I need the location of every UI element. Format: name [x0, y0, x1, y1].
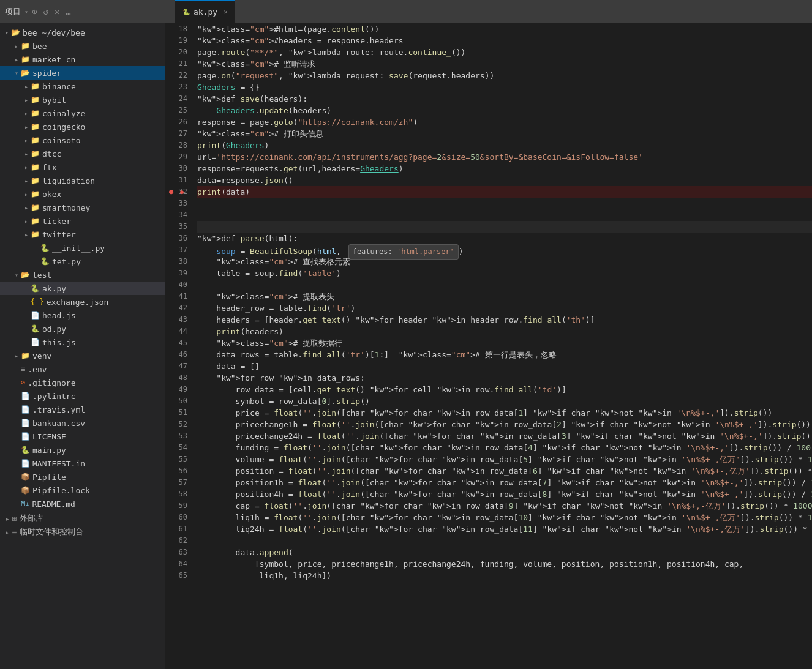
code-line-43[interactable]: headers = [header.get_text() "kw">for he…	[197, 314, 812, 326]
code-line-25[interactable]: Gheaders.update(headers)	[197, 105, 812, 116]
sidebar-item-README[interactable]: M↓ README.md	[0, 497, 165, 510]
code-lines[interactable]: "kw">class="cm">#html=(page.content())"k…	[192, 23, 812, 669]
code-line-60[interactable]: liq1h = float(''.join([char "kw">for cha…	[197, 512, 812, 523]
close-icon[interactable]: ✕	[55, 7, 59, 17]
tab-close-button[interactable]: ✕	[224, 8, 228, 16]
sidebar-item-od_py[interactable]: 🐍 od.py	[0, 322, 165, 335]
sidebar-item-bee-root[interactable]: ▾ 📂 bee ~/dev/bee	[0, 26, 165, 39]
sidebar-item-MANIFEST[interactable]: 📄 MANIFEST.in	[0, 457, 165, 470]
temp-files-section[interactable]: ▸ ≡ 临时文件和控制台	[0, 525, 165, 539]
code-line-44[interactable]: print(headers)	[197, 326, 812, 337]
sidebar-item-travis_yml[interactable]: 📄 .travis.yml	[0, 403, 165, 416]
code-line-29[interactable]: url='https://coinank.com/api/instruments…	[197, 151, 812, 163]
editor-content[interactable]: 1819202122232425262728293031●32333435363…	[165, 23, 812, 669]
sidebar-item-tet_py[interactable]: 🐍 tet.py	[0, 255, 165, 268]
code-line-27[interactable]: "kw">class="cm"># 打印头信息	[197, 128, 812, 140]
sidebar-item-bybit[interactable]: ▸ 📁 bybit	[0, 93, 165, 107]
code-line-24[interactable]: "kw">def save(headers):	[197, 93, 812, 105]
sidebar-item-bankuan_csv[interactable]: 📄 bankuan.csv	[0, 416, 165, 430]
sidebar-item-market_cn[interactable]: ▸ 📁 market_cn	[0, 53, 165, 66]
code-line-45[interactable]: "kw">class="cm"># 提取数据行	[197, 337, 812, 349]
sidebar-item-coinalyze[interactable]: ▸ 📁 coinalyze	[0, 107, 165, 120]
code-line-30[interactable]: response=requests.get(url,headers=Gheade…	[197, 163, 812, 174]
code-line-58[interactable]: position4h = float(''.join([char "kw">fo…	[197, 488, 812, 500]
code-line-31[interactable]: data=response.json()	[197, 174, 812, 186]
sidebar-item-bee[interactable]: ▸ 📁 bee	[0, 39, 165, 53]
sidebar-item-dtcc[interactable]: ▸ 📁 dtcc	[0, 147, 165, 160]
code-line-48[interactable]: "kw">for row "kw">in data_rows:	[197, 372, 812, 384]
code-line-34[interactable]	[197, 209, 812, 221]
sidebar-item-binance[interactable]: ▸ 📁 binance	[0, 80, 165, 93]
code-line-26[interactable]: response = page.goto("https://coinank.co…	[197, 116, 812, 128]
sidebar-item-pylintrc[interactable]: 📄 .pylintrc	[0, 389, 165, 403]
sidebar-item-coingecko[interactable]: ▸ 📁 coingecko	[0, 120, 165, 133]
code-line-53[interactable]: pricechange24h = float(''.join([char "kw…	[197, 430, 812, 442]
code-line-19[interactable]: "kw">class="cm">#headers = response.head…	[197, 35, 812, 47]
code-line-57[interactable]: position1h = float(''.join([char "kw">fo…	[197, 477, 812, 488]
code-line-42[interactable]: header_row = table.find('tr')	[197, 302, 812, 314]
sidebar-item-env[interactable]: ≡ .env	[0, 362, 165, 376]
code-line-32[interactable]: print(data)	[197, 186, 812, 198]
code-line-22[interactable]: page.on("request", "kw">lambda request: …	[197, 70, 812, 81]
sidebar-item-LICENSE[interactable]: 📄 LICENSE	[0, 430, 165, 443]
line-number-57: 57	[168, 477, 187, 488]
code-line-18[interactable]: "kw">class="cm">#html=(page.content())	[197, 23, 812, 35]
code-line-64[interactable]: [symbol, price, pricechange1h, pricechan…	[197, 558, 812, 570]
code-line-46[interactable]: data_rows = table.find_all('tr')[1:] "kw…	[197, 349, 812, 361]
tree-type-icon: 📄	[21, 392, 30, 400]
project-dropdown-icon[interactable]: ▾	[24, 9, 28, 15]
sidebar-item-liquidation[interactable]: ▸ 📁 liquidation	[0, 174, 165, 187]
sidebar-item-main_py[interactable]: 🐍 main.py	[0, 443, 165, 457]
sidebar-item-init_py[interactable]: 🐍 __init__.py	[0, 241, 165, 255]
code-line-52[interactable]: pricechange1h = float(''.join([char "kw"…	[197, 419, 812, 430]
sidebar-item-gitignore[interactable]: ⊘ .gitignore	[0, 376, 165, 389]
sidebar-item-venv[interactable]: ▸ 📁 venv	[0, 349, 165, 362]
sidebar-item-exchange_json[interactable]: { } exchange.json	[0, 295, 165, 308]
sidebar-item-Pipfile_lock[interactable]: 📦 Pipfile.lock	[0, 484, 165, 497]
code-line-36[interactable]: "kw">def parse(html):	[197, 233, 812, 244]
sidebar-item-test[interactable]: ▾ 📂 test	[0, 268, 165, 282]
sidebar-item-twitter[interactable]: ▸ 📁 twitter	[0, 228, 165, 241]
refresh-icon[interactable]: ↺	[43, 7, 48, 17]
code-line-50[interactable]: symbol = row_data[0].strip()	[197, 395, 812, 407]
code-line-20[interactable]: page.route("**/*", "kw">lambda route: ro…	[197, 47, 812, 58]
code-line-28[interactable]: print(Gheaders)	[197, 140, 812, 151]
sidebar-item-this_js[interactable]: 📄 this.js	[0, 335, 165, 349]
code-line-37[interactable]: soup = BeautifulSoup(html, features: 'ht…	[197, 244, 812, 256]
new-file-icon[interactable]: ⊕	[32, 7, 37, 17]
code-line-33[interactable]	[197, 198, 812, 209]
code-line-63[interactable]: data.append(	[197, 547, 812, 558]
sidebar-item-ftx[interactable]: ▸ 📁 ftx	[0, 160, 165, 174]
tree-type-icon: 📁	[31, 163, 40, 171]
tab-ak-py[interactable]: 🐍 ak.py ✕	[175, 0, 235, 23]
sidebar-item-head_js[interactable]: 📄 head.js	[0, 308, 165, 322]
code-line-35[interactable]	[197, 221, 812, 233]
sidebar-item-ticker[interactable]: ▸ 📁 ticker	[0, 214, 165, 228]
sidebar-item-Pipfile[interactable]: 📦 Pipfile	[0, 470, 165, 484]
sidebar-item-okex[interactable]: ▸ 📁 okex	[0, 187, 165, 201]
code-line-39[interactable]: table = soup.find('table')	[197, 267, 812, 279]
sidebar-item-smartmoney[interactable]: ▸ 📁 smartmoney	[0, 201, 165, 214]
code-line-56[interactable]: position = float(''.join([char "kw">for …	[197, 465, 812, 477]
code-line-65[interactable]: liq1h, liq24h])	[197, 570, 812, 581]
code-line-23[interactable]: Gheaders = {}	[197, 81, 812, 93]
more-icon[interactable]: …	[66, 7, 70, 17]
code-line-40[interactable]	[197, 279, 812, 291]
code-line-49[interactable]: row_data = [cell.get_text() "kw">for cel…	[197, 384, 812, 395]
code-line-41[interactable]: "kw">class="cm"># 提取表头	[197, 291, 812, 302]
code-line-55[interactable]: volume = float(''.join([char "kw">for ch…	[197, 454, 812, 465]
sidebar-item-coinsoto[interactable]: ▸ 📁 coinsoto	[0, 133, 165, 147]
code-line-21[interactable]: "kw">class="cm"># 监听请求	[197, 58, 812, 70]
code-line-61[interactable]: liq24h = float(''.join([char "kw">for ch…	[197, 523, 812, 535]
code-line-51[interactable]: price = float(''.join([char "kw">for cha…	[197, 407, 812, 419]
code-line-62[interactable]	[197, 535, 812, 547]
code-line-47[interactable]: data = []	[197, 361, 812, 372]
sidebar-item-spider[interactable]: ▾ 📂 spider	[0, 66, 165, 80]
code-line-59[interactable]: cap = float(''.join([char "kw">for char …	[197, 500, 812, 512]
tree-item-label: venv	[32, 351, 51, 361]
sidebar-item-ak_py[interactable]: 🐍 ak.py	[0, 282, 165, 295]
external-libs-section[interactable]: ▸ ⊞ 外部库	[0, 512, 165, 525]
tree-arrow: ▸	[22, 191, 31, 198]
code-line-54[interactable]: funding = float(''.join([char "kw">for c…	[197, 442, 812, 454]
code-line-38[interactable]: "kw">class="cm"># 查找表格元素	[197, 256, 812, 267]
